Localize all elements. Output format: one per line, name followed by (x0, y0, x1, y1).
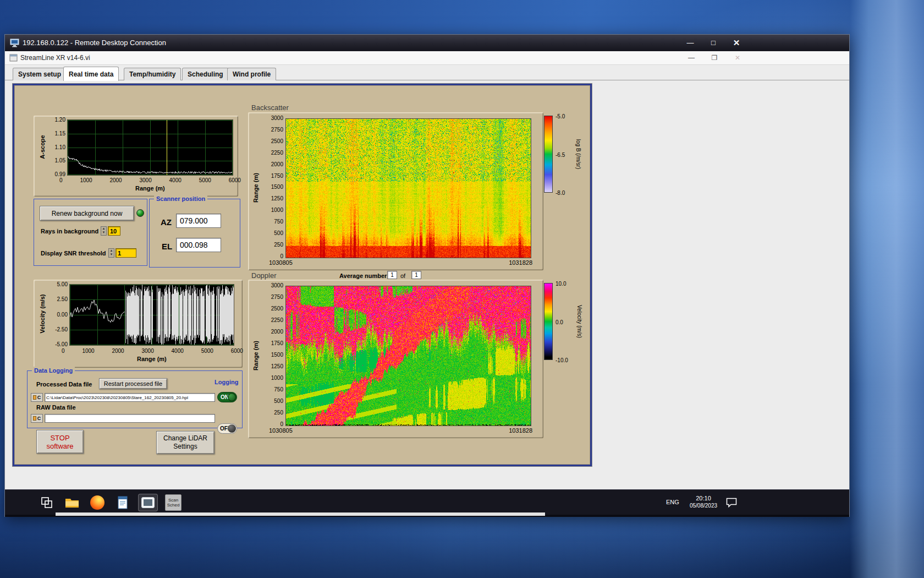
processed-drive-selector[interactable]: C (31, 393, 43, 402)
doppler-colorbar-gradient (544, 283, 553, 360)
ascope-x-axis-label: Range (m) (135, 185, 165, 192)
data-logging-title: Data Logging (32, 367, 75, 374)
velocity-plot-group: Velocity (m/s) 5.002.500.00-2.50-5.00 01… (34, 280, 243, 368)
backscatter-colorbar: -5.0-6.5-8.0 log B (/m/sr) (544, 113, 591, 199)
app-window-title: StreamLine XR v14-6.vi (20, 54, 90, 62)
processed-data-file-label: Processed Data file (36, 381, 92, 388)
ascope-x-ticks: 0100020003000400050006000 (59, 177, 241, 183)
tick-label: 0.99 (55, 171, 65, 177)
rays-value-field[interactable]: 10 (108, 226, 120, 236)
scan-icon-line2: Sched (167, 503, 180, 508)
tick-label: -6.5 (556, 152, 565, 158)
tab-scheduling[interactable]: Scheduling (182, 68, 229, 80)
language-indicator[interactable]: ENG (666, 499, 679, 505)
settings-button-line1: Change LiDAR (163, 434, 207, 443)
firefox-icon[interactable] (87, 494, 107, 511)
rdp-close-button[interactable]: ✕ (728, 37, 745, 49)
file-explorer-icon[interactable] (62, 494, 82, 511)
tick-label: 3000 (142, 348, 154, 354)
ascope-y-axis-label: A-scope (39, 135, 46, 159)
tick-label: 1750 (271, 173, 283, 179)
tick-label: 0 (280, 253, 283, 259)
tick-label: 1000 (271, 375, 283, 381)
tick-label: -5.00 (55, 341, 68, 347)
app-close-button[interactable]: ✕ (730, 52, 745, 63)
app-maximize-button[interactable]: ❐ (707, 52, 722, 63)
task-view-icon[interactable] (37, 494, 57, 511)
raw-drive-letter: C (37, 416, 41, 421)
tab-system-setup[interactable]: System setup (13, 68, 67, 80)
notification-icon[interactable] (725, 497, 738, 510)
doppler-colorbar: 10.00.0-10.0 Velocity (m/s) (544, 281, 591, 367)
stop-software-button[interactable]: STOP software (36, 430, 84, 454)
tab-wind-profile[interactable]: Wind profile (227, 68, 276, 80)
doppler-y-axis-label: Range (m) (252, 341, 259, 370)
stop-button-line1: STOP (50, 434, 69, 442)
doppler-colorbar-ticks: 10.00.0-10.0 (556, 281, 575, 363)
streamline-app-icon[interactable] (138, 494, 158, 511)
tick-label: 1.10 (55, 144, 65, 150)
scan-scheduler-icon[interactable]: ScanSched (163, 494, 183, 511)
tick-label: 3000 (271, 282, 283, 288)
rays-spinner[interactable]: ▲▼ (101, 226, 107, 236)
average-total-field[interactable]: 1 (411, 271, 421, 279)
scanner-position-title: Scanner position (154, 195, 207, 203)
tab-real-time-data[interactable]: Real time data (63, 67, 119, 81)
tick-label: 500 (274, 230, 283, 236)
restart-processed-file-button[interactable]: Restart processed file (99, 378, 167, 389)
processed-path-field[interactable]: C:\Lidar\Data\Proc\2023\202308\20230805\… (45, 393, 215, 402)
app-window: StreamLine XR v14-6.vi — ❐ ✕ System setu… (5, 51, 849, 489)
app-minimize-button[interactable]: — (684, 52, 699, 63)
doppler-y-ticks: 3000275025002250200017501500125010007505… (260, 282, 283, 427)
backscatter-y-axis-label: Range (m) (252, 173, 259, 203)
average-number-label: Average number (339, 272, 387, 279)
tick-label: 0.0 (556, 319, 563, 325)
renew-background-button[interactable]: Renew background now (40, 206, 134, 221)
desktop: 192.168.0.122 - Remote Desktop Connectio… (0, 0, 924, 578)
tick-label: 0.00 (57, 312, 68, 318)
average-number-field[interactable]: 1 (387, 271, 397, 279)
taskbar-clock[interactable]: 20:10 05/08/2023 (685, 495, 722, 509)
tick-label: 500 (274, 398, 283, 404)
tick-label: 1250 (271, 195, 283, 201)
tick-label: 5000 (199, 177, 211, 183)
el-value-field[interactable]: 000.098 (176, 238, 221, 252)
rdp-minimize-button[interactable]: — (683, 37, 698, 49)
snr-spinner[interactable]: ▲▼ (108, 248, 114, 258)
tick-label: 3000 (140, 177, 152, 183)
snr-value-field[interactable]: 1 (116, 248, 136, 258)
taskbar-window-strip (56, 512, 545, 516)
data-logging-group: Data Logging Processed Data file Restart… (27, 370, 243, 428)
clock-time: 20:10 (685, 495, 722, 502)
ascope-y-ticks: 1.201.151.101.050.99 (47, 117, 65, 177)
raw-logging-toggle[interactable]: OFF (217, 423, 237, 434)
processed-logging-toggle[interactable]: ON (217, 392, 237, 402)
tick-label: 2750 (271, 294, 283, 300)
tick-label: 2000 (109, 177, 122, 183)
tick-label: -5.0 (556, 113, 565, 119)
tick-label: 4000 (169, 177, 182, 183)
doppler-canvas (285, 286, 531, 426)
backscatter-plot-group: Range (m) 300027502500225020001750150012… (248, 112, 543, 270)
tick-label: 2000 (271, 329, 283, 335)
velocity-y-axis-label: Velocity (m/s) (39, 295, 46, 334)
snr-threshold-label: Display SNR threshold (41, 250, 106, 257)
tick-label: 6000 (231, 348, 243, 354)
velocity-x-axis-label: Range (m) (137, 356, 167, 362)
raw-path-field[interactable] (45, 414, 215, 423)
velocity-canvas (69, 284, 234, 346)
raw-toggle-knob (228, 424, 236, 433)
rdp-titlebar[interactable]: 192.168.0.122 - Remote Desktop Connectio… (5, 35, 849, 51)
document-app-icon[interactable] (113, 494, 133, 511)
rdp-maximize-button[interactable]: □ (706, 37, 721, 49)
doppler-heading: Doppler (251, 271, 277, 280)
raw-drive-selector[interactable]: C (31, 414, 43, 423)
change-lidar-settings-button[interactable]: Change LiDAR Settings (156, 431, 215, 454)
az-value-field[interactable]: 079.000 (176, 214, 221, 228)
rdp-client-area: StreamLine XR v14-6.vi — ❐ ✕ System setu… (5, 51, 849, 517)
tick-label: 5000 (201, 348, 213, 354)
tick-label: 0 (59, 177, 63, 183)
tab-temp-humidity[interactable]: Temp/humidity (124, 68, 181, 80)
app-titlebar[interactable]: StreamLine XR v14-6.vi — ❐ ✕ (5, 51, 849, 65)
tick-label: 1000 (271, 207, 283, 213)
